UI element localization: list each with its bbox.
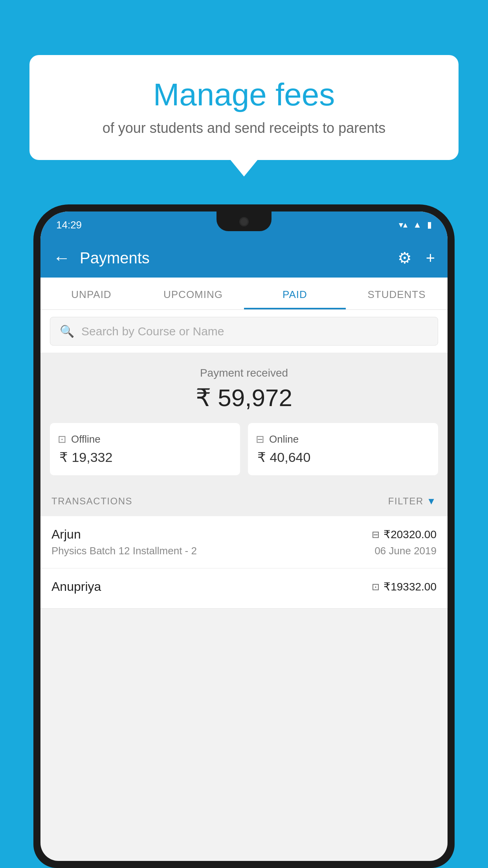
table-row[interactable]: Arjun ⊟ ₹20320.00 Physics Batch 12 Insta… bbox=[40, 516, 448, 568]
filter-icon: ▼ bbox=[427, 496, 437, 507]
tab-upcoming[interactable]: UPCOMING bbox=[142, 278, 244, 309]
offline-icon: ⊡ bbox=[58, 433, 66, 445]
filter-button[interactable]: FILTER ▼ bbox=[388, 496, 437, 507]
table-row[interactable]: Anupriya ⊡ ₹19332.00 bbox=[40, 568, 448, 609]
payment-total-amount: ₹ 59,972 bbox=[50, 383, 438, 412]
bubble-subtitle: of your students and send receipts to pa… bbox=[53, 120, 435, 136]
payment-received-label: Payment received bbox=[50, 367, 438, 379]
transactions-header: TRANSACTIONS FILTER ▼ bbox=[40, 486, 448, 516]
offline-card: ⊡ Offline ₹ 19,332 bbox=[50, 423, 240, 475]
phone-screen: 14:29 ▾▴ ▲ ▮ ← Payments ⚙ + UNPAID UPC bbox=[40, 211, 448, 861]
online-label: Online bbox=[269, 433, 299, 445]
online-card-header: ⊟ Online bbox=[256, 433, 430, 445]
filter-label: FILTER bbox=[388, 496, 424, 507]
online-card: ⊟ Online ₹ 40,640 bbox=[248, 423, 438, 475]
online-payment-icon: ⊟ bbox=[372, 529, 380, 540]
app-title: Payments bbox=[80, 249, 398, 267]
camera bbox=[239, 217, 249, 226]
offline-payment-icon: ⊡ bbox=[372, 581, 380, 592]
status-icons: ▾▴ ▲ ▮ bbox=[399, 220, 432, 230]
offline-card-header: ⊡ Offline bbox=[58, 433, 232, 445]
transaction-date: 06 June 2019 bbox=[374, 545, 437, 557]
transaction-course: Physics Batch 12 Installment - 2 bbox=[51, 545, 197, 557]
back-button[interactable]: ← bbox=[53, 248, 70, 268]
settings-icon[interactable]: ⚙ bbox=[398, 249, 412, 267]
speech-bubble-container: Manage fees of your students and send re… bbox=[29, 55, 459, 160]
search-icon: 🔍 bbox=[60, 324, 74, 338]
notch bbox=[216, 211, 272, 231]
transaction-value: ₹19332.00 bbox=[383, 580, 437, 593]
search-placeholder: Search by Course or Name bbox=[81, 325, 224, 338]
transactions-label: TRANSACTIONS bbox=[51, 496, 132, 507]
phone-container: 14:29 ▾▴ ▲ ▮ ← Payments ⚙ + UNPAID UPC bbox=[33, 204, 455, 868]
transaction-amount: ⊟ ₹20320.00 bbox=[372, 528, 437, 541]
phone-frame: 14:29 ▾▴ ▲ ▮ ← Payments ⚙ + UNPAID UPC bbox=[33, 204, 455, 868]
wifi-icon: ▾▴ bbox=[399, 220, 407, 230]
app-bar-icons: ⚙ + bbox=[398, 249, 435, 267]
online-amount: ₹ 40,640 bbox=[256, 449, 430, 465]
transaction-name: Arjun bbox=[51, 527, 81, 542]
battery-icon: ▮ bbox=[427, 220, 432, 230]
offline-amount: ₹ 19,332 bbox=[58, 449, 232, 465]
transaction-name: Anupriya bbox=[51, 579, 101, 594]
tab-paid[interactable]: PAID bbox=[244, 278, 346, 309]
offline-label: Offline bbox=[71, 433, 101, 445]
online-icon: ⊟ bbox=[256, 433, 264, 445]
transaction-row1: Anupriya ⊡ ₹19332.00 bbox=[51, 579, 437, 594]
transaction-row2: Physics Batch 12 Installment - 2 06 June… bbox=[51, 545, 437, 557]
tab-unpaid[interactable]: UNPAID bbox=[40, 278, 142, 309]
transaction-row1: Arjun ⊟ ₹20320.00 bbox=[51, 527, 437, 542]
payment-cards: ⊡ Offline ₹ 19,332 ⊟ Online ₹ 40,640 bbox=[50, 423, 438, 475]
app-bar: ← Payments ⚙ + bbox=[40, 238, 448, 278]
speech-bubble: Manage fees of your students and send re… bbox=[29, 55, 459, 160]
transaction-value: ₹20320.00 bbox=[383, 528, 437, 541]
transaction-amount: ⊡ ₹19332.00 bbox=[372, 580, 437, 593]
payment-summary: Payment received ₹ 59,972 ⊡ Offline ₹ 19… bbox=[40, 353, 448, 486]
transaction-list: Arjun ⊟ ₹20320.00 Physics Batch 12 Insta… bbox=[40, 516, 448, 609]
search-box[interactable]: 🔍 Search by Course or Name bbox=[50, 317, 438, 346]
add-icon[interactable]: + bbox=[426, 249, 435, 267]
status-time: 14:29 bbox=[56, 219, 82, 231]
search-container: 🔍 Search by Course or Name bbox=[40, 310, 448, 353]
status-bar: 14:29 ▾▴ ▲ ▮ bbox=[40, 211, 448, 238]
tab-students[interactable]: STUDENTS bbox=[346, 278, 448, 309]
bubble-title: Manage fees bbox=[53, 77, 435, 113]
signal-icon: ▲ bbox=[413, 220, 422, 230]
tabs: UNPAID UPCOMING PAID STUDENTS bbox=[40, 278, 448, 310]
